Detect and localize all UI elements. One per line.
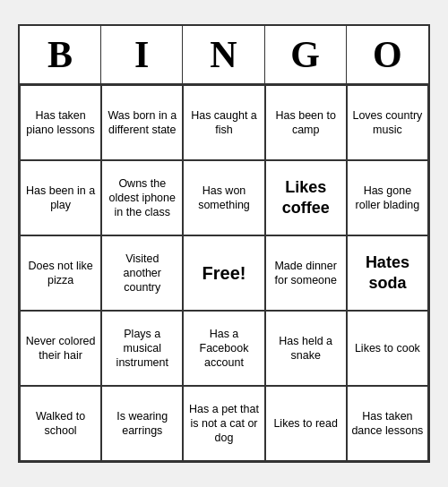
bingo-card: BINGO Has taken piano lessonsWas born in… [18, 24, 430, 463]
bingo-letter-b: B [20, 26, 101, 83]
bingo-cell-15[interactable]: Never colored their hair [20, 311, 101, 386]
bingo-cell-11[interactable]: Visited another country [101, 235, 183, 311]
bingo-cell-10[interactable]: Does not like pizza [20, 235, 101, 311]
bingo-cell-5[interactable]: Has been in a play [20, 160, 101, 235]
bingo-cell-22[interactable]: Has a pet that is not a cat or dog [183, 386, 264, 461]
bingo-cell-24[interactable]: Has taken dance lessons [347, 386, 428, 461]
bingo-cell-9[interactable]: Has gone roller blading [347, 160, 428, 235]
bingo-cell-23[interactable]: Likes to read [265, 386, 347, 461]
bingo-cell-6[interactable]: Owns the oldest iphone in the class [101, 160, 183, 235]
bingo-cell-13[interactable]: Made dinner for someone [265, 235, 347, 311]
bingo-cell-7[interactable]: Has won something [183, 160, 264, 235]
bingo-cell-4[interactable]: Loves country music [347, 85, 428, 160]
bingo-cell-19[interactable]: Likes to cook [347, 311, 428, 386]
bingo-cell-0[interactable]: Has taken piano lessons [20, 85, 101, 160]
bingo-cell-1[interactable]: Was born in a different state [101, 85, 183, 160]
bingo-letter-o: O [347, 26, 428, 83]
bingo-cell-17[interactable]: Has a Facebook account [183, 311, 264, 386]
bingo-cell-8[interactable]: Likes coffee [265, 160, 347, 235]
bingo-cell-20[interactable]: Walked to school [20, 386, 101, 461]
bingo-letter-n: N [183, 26, 264, 83]
bingo-letter-i: I [101, 26, 183, 83]
bingo-letter-g: G [265, 26, 347, 83]
bingo-header: BINGO [20, 26, 428, 85]
bingo-cell-21[interactable]: Is wearing earrings [101, 386, 183, 461]
bingo-grid: Has taken piano lessonsWas born in a dif… [20, 85, 428, 461]
bingo-cell-14[interactable]: Hates soda [347, 235, 428, 311]
bingo-cell-3[interactable]: Has been to camp [265, 85, 347, 160]
bingo-cell-2[interactable]: Has caught a fish [183, 85, 264, 160]
bingo-cell-16[interactable]: Plays a musical instrument [101, 311, 183, 386]
free-space[interactable]: Free! [183, 235, 264, 311]
bingo-cell-18[interactable]: Has held a snake [265, 311, 347, 386]
